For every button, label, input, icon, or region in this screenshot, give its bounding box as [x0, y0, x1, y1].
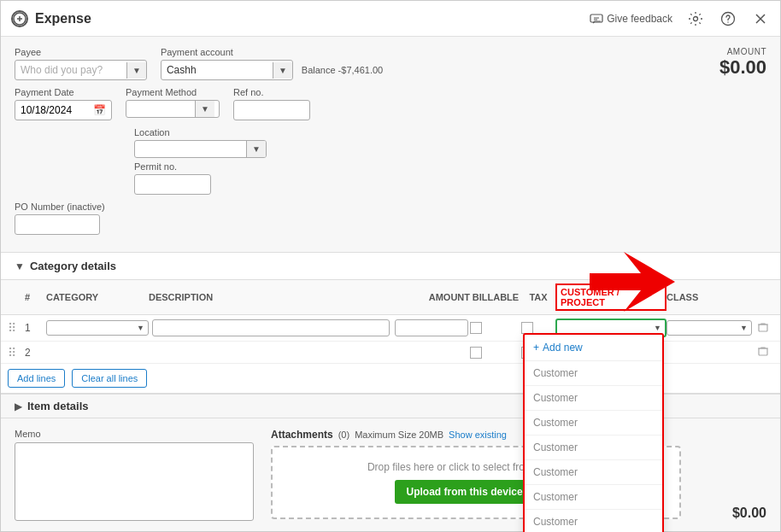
attachments-count: (0): [338, 430, 349, 440]
location-arrow[interactable]: ▼: [246, 141, 266, 157]
calendar-icon[interactable]: 📅: [88, 101, 111, 120]
location-label: Location: [134, 127, 267, 137]
svg-rect-5: [759, 324, 767, 331]
method-arrow[interactable]: ▼: [195, 101, 214, 117]
permit-no-input[interactable]: [134, 174, 211, 195]
payment-method-select[interactable]: ▼: [126, 100, 220, 118]
memo-textarea[interactable]: [15, 442, 254, 521]
dropdown-item[interactable]: Customer: [525, 485, 662, 510]
permit-no-label: Permit no.: [134, 161, 211, 172]
add-new-label: Add new: [543, 342, 583, 354]
payment-account-value: Cashh: [161, 61, 273, 79]
row-tax-1[interactable]: [521, 322, 555, 334]
payment-date-input[interactable]: 📅: [15, 100, 112, 120]
row-num-1: 1: [25, 322, 46, 334]
clear-all-button[interactable]: Clear all lines: [72, 369, 147, 388]
row-amount-1[interactable]: [393, 319, 470, 336]
customer-arrow-1[interactable]: ▼: [654, 324, 661, 332]
billable-checkbox-2[interactable]: [470, 347, 482, 359]
row-handle-1[interactable]: ⠿: [8, 321, 25, 335]
attachments-title: Attachments: [271, 429, 333, 441]
help-button[interactable]: [719, 9, 737, 28]
svg-point-4: [727, 21, 728, 22]
row-billable-2[interactable]: [470, 347, 521, 359]
col-num: #: [25, 292, 46, 302]
date-field[interactable]: [15, 101, 88, 120]
payee-select[interactable]: Who did you pay? ▼: [15, 60, 147, 80]
col-tax: TAX: [521, 292, 555, 302]
row-description-1[interactable]: [149, 319, 393, 336]
add-lines-button[interactable]: Add lines: [8, 369, 65, 388]
location-select[interactable]: ▼: [134, 140, 267, 158]
svg-rect-6: [759, 348, 767, 355]
dropdown-item[interactable]: Customer: [525, 411, 662, 436]
balance-text: Balance -$7,461.00: [302, 65, 383, 75]
po-number-label: PO Number (inactive): [15, 202, 105, 212]
tax-checkbox-1[interactable]: [521, 322, 533, 334]
dropdown-item[interactable]: Customer: [525, 436, 662, 460]
payee-value: Who did you pay?: [15, 61, 126, 79]
memo-label: Memo: [15, 429, 254, 439]
row-delete-2[interactable]: [752, 345, 773, 360]
col-class: CLASS: [666, 292, 752, 302]
col-billable: BILLABLE: [470, 292, 521, 302]
dropdown-item[interactable]: Customer: [525, 361, 662, 386]
po-number-input[interactable]: [15, 214, 100, 235]
dropdown-add-new[interactable]: + Add new: [525, 335, 662, 361]
payment-date-label: Payment Date: [15, 87, 112, 97]
feedback-label: Give feedback: [607, 13, 672, 25]
description-input-1[interactable]: [152, 319, 390, 336]
close-button[interactable]: [751, 9, 770, 28]
plus-icon: +: [533, 342, 539, 354]
col-customer: CUSTOMER / PROJECT: [555, 284, 666, 311]
payment-method-label: Payment Method: [126, 87, 220, 97]
settings-button[interactable]: [686, 9, 705, 28]
row-category-1[interactable]: ▼: [46, 320, 149, 336]
payment-method-value: [126, 106, 195, 113]
total-value: $0.00: [732, 506, 766, 521]
row-handle-2[interactable]: ⠿: [8, 346, 25, 360]
item-chevron[interactable]: ▶: [15, 400, 22, 412]
payee-arrow[interactable]: ▼: [126, 62, 146, 79]
customer-input-1[interactable]: [561, 323, 646, 333]
amount-value: $0.00: [719, 56, 766, 79]
payment-account-select[interactable]: Cashh ▼: [161, 60, 293, 80]
ref-no-input[interactable]: [233, 100, 310, 120]
row-delete-1[interactable]: [752, 321, 773, 336]
billable-checkbox-1[interactable]: [470, 322, 482, 334]
dropdown-item[interactable]: Customer: [525, 510, 662, 532]
upload-button[interactable]: Upload from this device: [395, 480, 535, 504]
col-category: CATEGORY: [46, 292, 149, 302]
dropdown-item[interactable]: Customer: [525, 386, 662, 411]
ref-no-label: Ref no.: [233, 87, 310, 97]
max-size-text: Maximum Size 20MB: [355, 430, 443, 440]
payee-label: Payee: [15, 47, 147, 57]
row-billable-1[interactable]: [470, 322, 521, 334]
col-amount: AMOUNT: [393, 292, 470, 302]
show-existing-link[interactable]: Show existing: [449, 430, 507, 440]
svg-point-2: [694, 16, 698, 20]
row-num-2: 2: [25, 347, 46, 359]
category-section-title: Category details: [30, 260, 116, 272]
col-description: DESCRIPTION: [149, 292, 393, 302]
row-class-1[interactable]: ▼: [666, 320, 752, 336]
category-chevron[interactable]: ▼: [15, 260, 25, 272]
item-section-title: Item details: [27, 400, 89, 412]
feedback-icon: [590, 12, 603, 26]
amount-input-1[interactable]: [395, 319, 468, 336]
amount-label: AMOUNT: [719, 47, 766, 56]
location-value: [135, 146, 246, 153]
feedback-button[interactable]: Give feedback: [590, 12, 672, 26]
payment-account-label: Payment account: [161, 47, 383, 57]
expense-icon: [11, 10, 28, 27]
page-title: Expense: [35, 11, 91, 26]
account-arrow[interactable]: ▼: [273, 62, 292, 79]
dropdown-item[interactable]: Customer: [525, 460, 662, 485]
